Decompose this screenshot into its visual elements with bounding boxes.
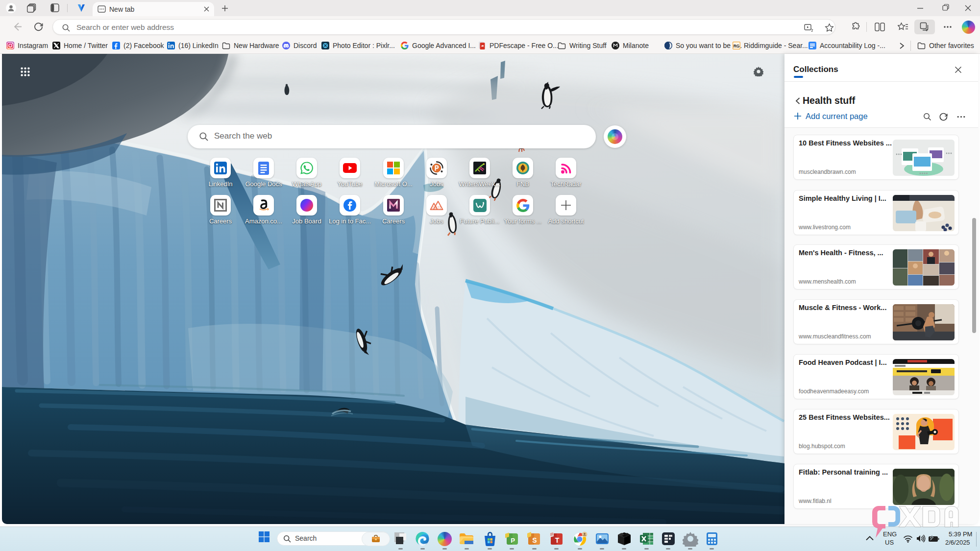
svg-text:P: P [511,537,515,544]
svg-text:RG: RG [734,44,740,48]
svg-text:S: S [532,536,537,544]
svg-text:T: T [555,536,560,544]
